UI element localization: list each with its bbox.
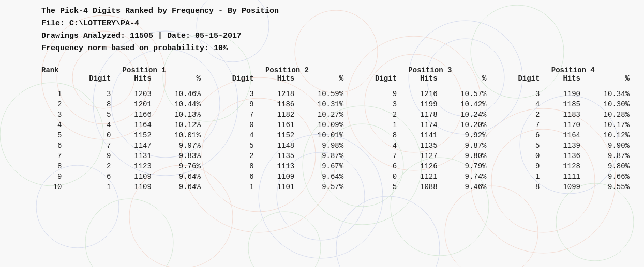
p4-digit: 7 (501, 120, 544, 130)
p2-digit: 1 (215, 182, 258, 192)
p4-digit: 2 (501, 109, 544, 120)
p2-digit: 3 (215, 89, 258, 99)
table-row: 6 7 1147 9.97% 5 1148 9.98% 4 1135 9.87%… (41, 140, 634, 151)
p3-digit: 6 (358, 161, 401, 171)
p4-pct: 10.17% (585, 120, 634, 130)
p4-pct-header: % (585, 74, 634, 86)
p2-pct: 9.67% (298, 161, 348, 171)
p4-hits: 1170 (544, 120, 585, 130)
p2-hits: 1148 (258, 140, 299, 151)
table-row: 3 5 1166 10.13% 7 1182 10.27% 2 1178 10.… (41, 109, 634, 120)
p3-digit: 0 (358, 171, 401, 182)
p4-pct: 9.87% (585, 151, 634, 161)
p1-hits: 1123 (115, 161, 156, 171)
rank-cell: 1 (41, 89, 72, 99)
p3-hits: 1216 (401, 89, 442, 99)
rank-cell: 8 (41, 161, 72, 171)
p3-pct: 9.87% (442, 140, 491, 151)
p4-digit-header: Digit (501, 74, 544, 86)
p4-digit: 6 (501, 130, 544, 140)
p2-pct: 10.31% (298, 99, 348, 109)
rank-cell: 4 (41, 120, 72, 130)
column-group-header: Rank Position 1 Position 2 Position 3 Po… (41, 64, 634, 74)
p3-hits: 1141 (401, 130, 442, 140)
p4-digit: 0 (501, 151, 544, 161)
p3-pct: 9.46% (442, 182, 491, 192)
p2-digit: 8 (215, 161, 258, 171)
p3-digit: 3 (358, 99, 401, 109)
table-row: 2 8 1201 10.44% 9 1186 10.31% 3 1199 10.… (41, 99, 634, 109)
p4-pct: 10.34% (585, 89, 634, 99)
p3-hits: 1088 (401, 182, 442, 192)
p2-digit: 4 (215, 130, 258, 140)
p4-digit: 1 (501, 171, 544, 182)
p1-hits: 1201 (115, 99, 156, 109)
p3-hits: 1121 (401, 171, 442, 182)
p4-hits: 1136 (544, 151, 585, 161)
position3-header: Position 3 (358, 64, 490, 74)
p1-hits: 1203 (115, 89, 156, 99)
p3-digit: 4 (358, 140, 401, 151)
p3-hits: 1199 (401, 99, 442, 109)
p2-hits: 1109 (258, 171, 299, 182)
p2-hits: 1161 (258, 120, 299, 130)
p1-digit: 9 (72, 151, 115, 161)
p2-pct: 10.59% (298, 89, 348, 99)
table-row: 7 9 1131 9.83% 2 1135 9.87% 7 1127 9.80%… (41, 151, 634, 161)
header-line4: Frequency norm based on probability: 10% (41, 42, 634, 55)
table-row: 8 2 1123 9.76% 8 1113 9.67% 6 1126 9.79%… (41, 161, 634, 171)
table-row: 1 3 1203 10.46% 3 1218 10.59% 9 1216 10.… (41, 89, 634, 99)
p3-pct: 10.42% (442, 99, 491, 109)
p3-digit: 7 (358, 151, 401, 161)
p1-pct-header: % (156, 74, 205, 86)
rank-header: Rank (41, 64, 72, 74)
p2-digit: 0 (215, 120, 258, 130)
p2-hits: 1101 (258, 182, 299, 192)
p1-pct: 9.97% (156, 140, 205, 151)
svg-point-28 (85, 199, 173, 267)
p4-hits: 1111 (544, 171, 585, 182)
svg-point-20 (336, 196, 440, 267)
p1-digit: 3 (72, 89, 115, 99)
table-row: 5 0 1152 10.01% 4 1152 10.01% 8 1141 9.9… (41, 130, 634, 140)
p3-digit: 9 (358, 89, 401, 99)
p4-digit: 5 (501, 140, 544, 151)
p1-pct: 9.64% (156, 171, 205, 182)
p1-digit: 6 (72, 171, 115, 182)
p1-digit: 5 (72, 109, 115, 120)
p1-hits: 1164 (115, 120, 156, 130)
p1-hits: 1147 (115, 140, 156, 151)
p2-hits: 1135 (258, 151, 299, 161)
p2-hits: 1113 (258, 161, 299, 171)
p1-digit-header: Digit (72, 74, 115, 86)
table-row: 9 6 1109 9.64% 6 1109 9.64% 0 1121 9.74%… (41, 171, 634, 182)
p3-pct: 10.20% (442, 120, 491, 130)
rank-cell: 6 (41, 140, 72, 151)
p2-digit: 9 (215, 99, 258, 109)
p4-digit: 4 (501, 99, 544, 109)
p2-digit: 6 (215, 171, 258, 182)
p2-hits: 1186 (258, 99, 299, 109)
p2-pct: 9.87% (298, 151, 348, 161)
p1-hits: 1109 (115, 182, 156, 192)
p2-pct: 9.64% (298, 171, 348, 182)
p1-digit: 7 (72, 140, 115, 151)
p4-pct: 9.80% (585, 161, 634, 171)
p3-hits: 1127 (401, 151, 442, 161)
table-row: 4 4 1164 10.12% 0 1161 10.09% 1 1174 10.… (41, 120, 634, 130)
p4-pct: 9.90% (585, 140, 634, 151)
p2-digit: 7 (215, 109, 258, 120)
p1-hits: 1166 (115, 109, 156, 120)
rank-cell: 9 (41, 171, 72, 182)
rank-cell: 5 (41, 130, 72, 140)
p3-hits: 1135 (401, 140, 442, 151)
p1-hits: 1109 (115, 171, 156, 182)
p4-hits: 1190 (544, 89, 585, 99)
header-line2: File: C:\LOTTERY\PA-4 (41, 18, 634, 30)
position4-header: Position 4 (501, 64, 634, 74)
p3-pct: 9.79% (442, 161, 491, 171)
p4-digit: 9 (501, 161, 544, 171)
column-sub-header: Digit Hits % Digit Hits % Digit Hits % D… (41, 74, 634, 86)
p4-hits: 1185 (544, 99, 585, 109)
p2-hits: 1152 (258, 130, 299, 140)
